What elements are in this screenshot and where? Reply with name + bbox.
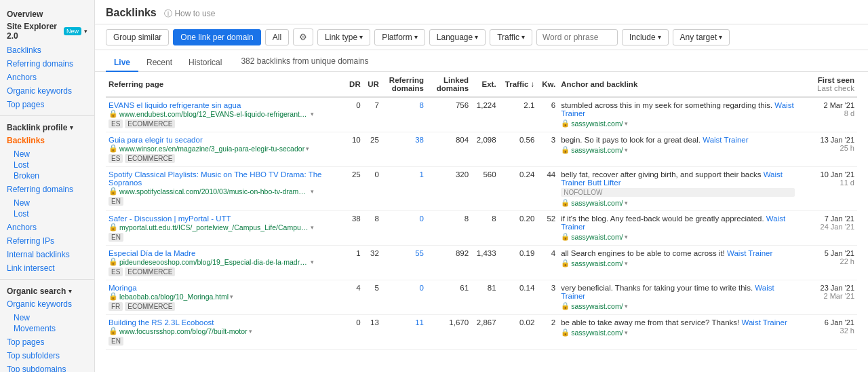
lock-icon: 🔒 [561, 119, 570, 128]
lock-icon: 🔒 [561, 232, 570, 241]
any-target-dropdown[interactable]: Any target [673, 29, 730, 45]
target-site-link[interactable]: sassywaist.com/ [571, 119, 623, 128]
linked-domains-value: 320 [427, 167, 471, 211]
one-link-per-domain-button[interactable]: One link per domain [173, 29, 260, 45]
target-site-link[interactable]: sassywaist.com/ [571, 329, 623, 337]
sidebar-item-organic-keywords-section[interactable]: Organic keywords [0, 297, 94, 311]
anchor-link[interactable]: Waist Trainer [727, 249, 772, 257]
ref-domains-link[interactable]: 11 [415, 318, 424, 327]
sidebar-org-new[interactable]: New [14, 312, 87, 323]
sidebar: Overview Site Explorer 2.0 New ▾ Backlin… [0, 0, 95, 372]
all-button[interactable]: All [265, 29, 289, 45]
col-referring-domains[interactable]: Referring domains [382, 72, 427, 97]
settings-button[interactable]: ⚙ [293, 29, 313, 45]
sidebar-item-referring-ips[interactable]: Referring IPs [0, 234, 94, 248]
ref-domains-value[interactable]: 0 [382, 211, 427, 246]
tab-historical[interactable]: Historical [180, 54, 230, 72]
date-cell: 2 Mar '218 d [797, 97, 857, 132]
kw-value: 44 [537, 167, 558, 211]
platform-dropdown[interactable]: Platform [374, 29, 425, 45]
sidebar-item-internal-backlinks[interactable]: Internal backlinks [0, 248, 94, 261]
table-row: Spotify Classical Playlists: Music on Th… [106, 167, 857, 211]
anchor-link[interactable]: Waist Trainer [742, 318, 787, 327]
col-linked-domains[interactable]: Linked domains [427, 72, 471, 97]
sidebar-item-top-pages[interactable]: Top pages [0, 98, 94, 111]
ref-domains-value[interactable]: 1 [382, 167, 427, 211]
ref-domains-value[interactable]: 0 [382, 280, 427, 315]
tab-live[interactable]: Live [106, 54, 138, 72]
lock-icon: 🔒 [108, 187, 118, 196]
sidebar-item-referring-domains[interactable]: Referring domains [0, 57, 94, 71]
sidebar-item-anchors[interactable]: Anchors [0, 71, 94, 84]
sidebar-ref-lost[interactable]: Lost [14, 208, 87, 219]
ref-domains-link[interactable]: 0 [420, 215, 424, 223]
referring-page-url: 🔒www.spotifyclassical.com/2010/03/music-… [108, 187, 342, 196]
sidebar-org-movements[interactable]: Movements [14, 323, 87, 334]
col-traffic[interactable]: Traffic ↓ [499, 72, 538, 97]
ref-domains-link[interactable]: 0 [420, 284, 424, 292]
ref-domains-link[interactable]: 8 [420, 101, 424, 109]
sidebar-item-link-intersect[interactable]: Link intersect [0, 261, 94, 275]
last-check: 24 Jan '21 [800, 223, 854, 231]
how-to-use-link[interactable]: How to use [174, 9, 215, 18]
table-container: Referring page DR UR Referring domains L… [95, 72, 868, 372]
anchor-link[interactable]: Waist Trainer Butt Lifter [561, 170, 783, 187]
ref-domains-value[interactable]: 8 [382, 97, 427, 132]
word-phrase-input[interactable] [536, 29, 618, 45]
target-site-link[interactable]: sassywaist.com/ [571, 302, 623, 310]
sidebar-item-backlinks[interactable]: Backlinks [0, 43, 94, 57]
ref-domains-value[interactable]: 38 [382, 132, 427, 167]
ref-domains-value[interactable]: 55 [382, 246, 427, 280]
ref-domains-link[interactable]: 38 [415, 136, 424, 144]
group-similar-button[interactable]: Group similar [106, 29, 169, 45]
sidebar-site-explorer-label[interactable]: Site Explorer 2.0 [7, 22, 61, 41]
anchor-link[interactable]: Waist Trainer [561, 284, 774, 300]
help-icon: ⓘ [164, 9, 172, 18]
sidebar-organic-search[interactable]: Organic search ▾ [0, 284, 94, 297]
tag-badge: ECOMMERCE [125, 302, 175, 311]
target-site-link[interactable]: sassywaist.com/ [571, 199, 623, 207]
referring-page-title[interactable]: EVANS el liquido refrigerante sin agua [108, 101, 241, 109]
sidebar-item-anchors-section[interactable]: Anchors [0, 221, 94, 234]
sidebar-overview[interactable]: Overview [0, 5, 94, 20]
chevron-icon: ▾ [311, 188, 314, 195]
referring-page-title[interactable]: Moringa [108, 284, 137, 292]
col-ur[interactable]: UR [363, 72, 382, 97]
sidebar-sub-broken[interactable]: Broken [14, 170, 87, 181]
referring-page-title[interactable]: Especial Día de la Madre [108, 249, 195, 257]
sidebar-item-top-subfolders[interactable]: Top subfolders [0, 349, 94, 362]
col-kw[interactable]: Kw. [537, 72, 558, 97]
referring-page-title[interactable]: Safer - Discussion | myPortal - UTT [108, 215, 231, 223]
anchor-link[interactable]: Waist Trainer [703, 136, 748, 144]
referring-page-title[interactable]: Building the RS 2.3L Ecoboost [108, 318, 214, 327]
sidebar-item-top-subdomains[interactable]: Top subdomains [0, 362, 94, 372]
link-type-dropdown[interactable]: Link type [317, 29, 370, 45]
target-site-link[interactable]: sassywaist.com/ [571, 233, 623, 241]
anchor-link[interactable]: Waist Trainer [561, 215, 785, 231]
chevron-icon: ▾ [249, 328, 252, 335]
traffic-dropdown[interactable]: Traffic [490, 29, 532, 45]
tab-recent[interactable]: Recent [138, 54, 180, 72]
ref-domains-link[interactable]: 55 [415, 249, 424, 257]
sidebar-item-organic-keywords[interactable]: Organic keywords [0, 84, 94, 98]
ref-domains-value[interactable]: 11 [382, 315, 427, 350]
sidebar-item-top-pages-section[interactable]: Top pages [0, 335, 94, 349]
referring-page-title[interactable]: Guia para elegir tu secador [108, 136, 203, 144]
sidebar-sub-lost[interactable]: Lost [14, 160, 87, 170]
include-dropdown[interactable]: Include [622, 29, 669, 45]
col-dr[interactable]: DR [345, 72, 363, 97]
referring-page-title[interactable]: Spotify Classical Playlists: Music on Th… [108, 170, 321, 187]
sidebar-backlink-profile[interactable]: Backlink profile ▾ [0, 120, 94, 134]
anchor-link[interactable]: Waist Trainer [561, 101, 793, 117]
col-ext[interactable]: Ext. [471, 72, 499, 97]
sidebar-item-referring-domains-section[interactable]: Referring domains [0, 183, 94, 196]
tag-badge: EN [108, 337, 123, 346]
language-dropdown[interactable]: Language [429, 29, 486, 45]
sidebar-sub-new[interactable]: New [14, 149, 87, 160]
sidebar-ref-new[interactable]: New [14, 198, 87, 208]
ur-value: 32 [363, 246, 382, 280]
ref-domains-link[interactable]: 1 [420, 170, 424, 179]
target-site-link[interactable]: sassywaist.com/ [571, 146, 623, 154]
sidebar-item-backlinks-active[interactable]: Backlinks [0, 134, 94, 147]
target-site-link[interactable]: sassywaist.com/ [571, 259, 623, 267]
